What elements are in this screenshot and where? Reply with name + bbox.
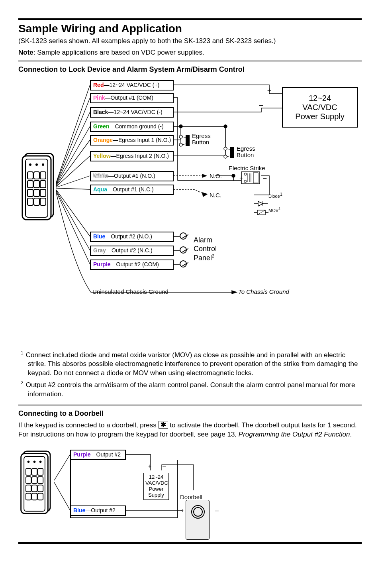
- svg-line-19: [56, 98, 90, 183]
- svg-point-42: [224, 147, 227, 150]
- chassis-label: Uninsulated Chassis Ground: [92, 288, 168, 295]
- d2-wire-purple: Purple—Output #2: [70, 450, 126, 460]
- svg-line-81: [54, 482, 70, 510]
- wire-pink: Pink—Output #1 (COM): [90, 93, 174, 103]
- svg-line-41: [182, 144, 186, 145]
- svg-line-46: [227, 156, 230, 157]
- svg-text:–: –: [215, 507, 219, 514]
- mov-icon: [254, 210, 268, 215]
- power-supply-box: 12~24VAC/VDCPower Supply: [282, 87, 358, 128]
- svg-line-40: [182, 137, 186, 138]
- svg-line-18: [56, 85, 90, 183]
- svg-point-43: [224, 155, 227, 158]
- wire-black: Black—12~24 VAC/VDC (-): [90, 107, 174, 118]
- egress-label-1: EgressButton: [192, 133, 211, 146]
- top-rule: [18, 18, 362, 20]
- no-label: N.O.: [210, 173, 222, 179]
- wiring-diagram-2: + – + – Purple—Output #2 Blue—Output #2 …: [18, 442, 362, 538]
- bottom-rule: [18, 542, 362, 544]
- egress-label-2: EgressButton: [237, 146, 255, 159]
- section2-body: If the keypad is connected to a doorbell…: [18, 421, 362, 439]
- svg-point-49: [244, 180, 247, 183]
- divider-1: [18, 61, 362, 61]
- svg-marker-54: [258, 201, 263, 206]
- svg-text:–: –: [263, 174, 267, 181]
- wire-orange: Orange—Egress Input 1 (N.O.): [90, 135, 174, 146]
- section1-heading: Connection to Lock Device and Alarm Syst…: [18, 65, 362, 74]
- footnote-1: 1Connect included diode and metal oxide …: [28, 350, 362, 378]
- svg-rect-44: [230, 147, 234, 158]
- nc-label: N.C.: [210, 192, 221, 199]
- strike-label: Electric Strike: [229, 165, 265, 171]
- intro-note: Note: Sample applications are based on V…: [18, 48, 362, 57]
- note-label: Note: [18, 49, 33, 56]
- alarm-terminal-2: [180, 246, 187, 255]
- diode-icon: [254, 201, 268, 206]
- svg-point-38: [179, 143, 182, 146]
- section2-heading: Connecting to a Doorbell: [18, 409, 362, 418]
- wire-yellow: Yellow—Egress Input 2 (N.O.): [90, 151, 174, 161]
- svg-line-24: [56, 176, 90, 187]
- wire-white: White—Output #1 (N.O.): [90, 171, 174, 181]
- alarm-terminal-1: [180, 232, 187, 241]
- svg-line-45: [227, 149, 230, 149]
- d2-power-supply: 12~24VAC/VDCPowerSupply: [143, 473, 169, 500]
- svg-text:+: +: [239, 174, 243, 181]
- mov-label: MOV1: [268, 206, 281, 213]
- electric-strike-icon: [241, 172, 260, 184]
- svg-line-20: [56, 112, 90, 184]
- to-chassis-label: To Chassis Ground: [238, 288, 289, 295]
- wire-purple: Purple—Output #2 (COM): [90, 260, 174, 270]
- svg-line-21: [56, 126, 90, 185]
- wire-aqua: Aqua—Output #1 (N.C.): [90, 185, 174, 195]
- page-title: Sample Wiring and Application: [18, 22, 362, 35]
- svg-rect-50: [253, 173, 258, 183]
- svg-marker-31: [202, 174, 206, 177]
- wiring-diagram-1: + – + –: [18, 77, 362, 348]
- wire-green: Green—Common ground (-): [90, 122, 174, 132]
- diode-label: Diode1: [268, 192, 282, 199]
- svg-point-37: [179, 135, 182, 138]
- star-key-icon: ✱: [159, 421, 168, 429]
- alarm-terminal-3: [180, 260, 187, 269]
- svg-marker-33: [202, 193, 207, 197]
- wire-red: Red—12~24 VAC/VDC (+): [90, 80, 174, 90]
- alarm-label: AlarmControlPanel2: [194, 236, 217, 263]
- svg-line-80: [54, 454, 70, 480]
- svg-line-22: [56, 140, 90, 186]
- svg-text:–: –: [259, 101, 263, 109]
- wire-gray: Gray—Output #2 (N.C.): [90, 246, 174, 256]
- svg-point-32: [232, 174, 235, 177]
- footnote-2: 2Output #2 controls the arm/disarm of th…: [28, 380, 362, 399]
- svg-rect-39: [186, 135, 190, 146]
- svg-point-48: [244, 173, 247, 175]
- svg-line-27: [56, 191, 90, 250]
- note-text: : Sample applications are based on VDC p…: [33, 49, 204, 56]
- doorbell-label: Doorbell: [180, 494, 202, 500]
- svg-line-25: [56, 188, 90, 189]
- svg-marker-34: [232, 291, 237, 294]
- svg-text:+: +: [181, 507, 184, 514]
- doorbell-icon: [186, 500, 210, 540]
- divider-2: [18, 405, 362, 405]
- intro-line: (SK-1323 series shown. All examples appl…: [18, 37, 362, 46]
- wire-blue: Blue—Output #2 (N.O.): [90, 232, 174, 242]
- svg-text:+: +: [267, 87, 272, 94]
